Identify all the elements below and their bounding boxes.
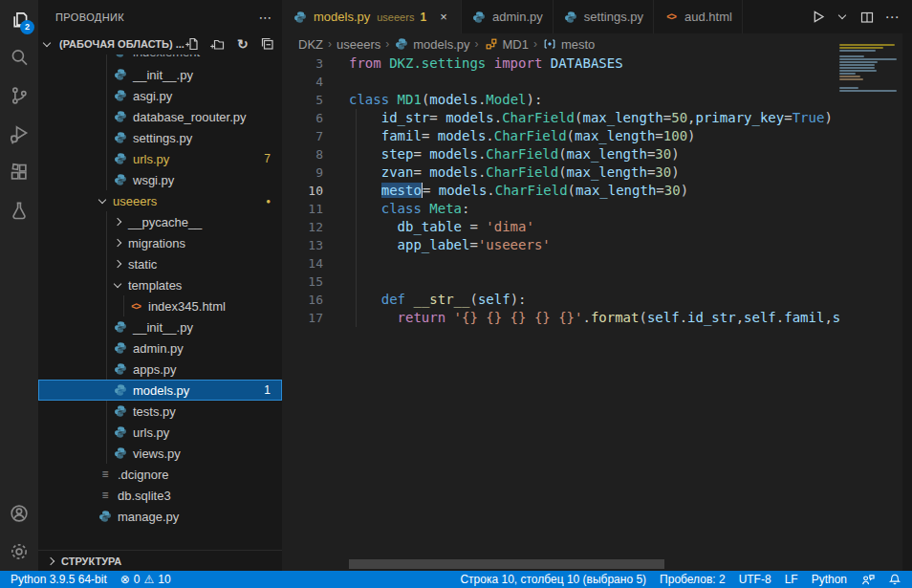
tree-item-database-roouter-py[interactable]: database_roouter.py: [38, 106, 282, 127]
tree-item-urls-py[interactable]: urls.py7: [38, 148, 282, 169]
python-file-icon: [113, 340, 128, 356]
tree-folder-useeers[interactable]: useeers●: [38, 190, 282, 211]
close-icon[interactable]: ×: [436, 10, 451, 24]
file-icon: ≡: [98, 488, 113, 503]
tree-item-wsgi-py[interactable]: wsgi.py: [38, 169, 282, 190]
code-line-17[interactable]: 17 return '{} {} {} {} {}'.format(self.i…: [283, 309, 912, 327]
tree-folder-templates[interactable]: templates: [38, 274, 282, 295]
collapse-all-icon[interactable]: [259, 35, 276, 53]
cursor-position-status[interactable]: Строка 10, столбец 10 (выбрано 5): [453, 571, 653, 588]
tab-admin-py[interactable]: admin.py: [462, 0, 554, 33]
source-control-icon[interactable]: [0, 76, 38, 115]
run-dropdown-icon[interactable]: [832, 7, 853, 28]
line-number: 16: [283, 291, 323, 309]
tree-item-models-py[interactable]: models.py1: [38, 380, 282, 401]
tree-item-db-sqlite3[interactable]: ≡db.sqlite3: [38, 485, 282, 506]
code-editor[interactable]: 3from DKZ.settings import DATABASES45cla…: [283, 54, 912, 571]
line-content: class Meta:: [349, 200, 469, 218]
outline-section[interactable]: СТРУКТУРА: [38, 550, 282, 571]
tab-aud-html[interactable]: <>aud.html: [654, 0, 743, 33]
html-file-icon: <>: [663, 10, 679, 25]
tree-item-manage-py[interactable]: manage.py: [38, 506, 282, 527]
tree-item-settings-py[interactable]: settings.py: [38, 127, 282, 148]
scrollbar-gutter[interactable]: [902, 33, 912, 571]
extensions-icon[interactable]: [0, 153, 38, 191]
workspace-section-header[interactable]: (РАБОЧАЯ ОБЛАСТЬ) ... ↻: [38, 33, 282, 54]
code-line-8[interactable]: 8 step= models.CharField(max_length=30): [283, 145, 912, 163]
breadcrumb-item-mesto[interactable]: mesto: [542, 36, 595, 52]
run-debug-icon[interactable]: [0, 115, 38, 153]
workspace-section-label: (РАБОЧАЯ ОБЛАСТЬ) ...: [59, 38, 185, 50]
tree-item--init-py[interactable]: __init__.py: [38, 316, 282, 338]
code-line-6[interactable]: 6 id_str= models.CharField(max_length=50…: [283, 109, 912, 127]
testing-icon[interactable]: [0, 191, 38, 229]
tab-models-py[interactable]: models.pyuseeers1×: [283, 0, 462, 33]
code-line-3[interactable]: 3from DKZ.settings import DATABASES: [283, 54, 912, 73]
line-number: 11: [283, 200, 323, 218]
python-file-icon: [394, 36, 409, 52]
tree-folder--pycache-[interactable]: __pycache__: [38, 211, 282, 232]
line-content: def __str__(self):: [349, 291, 526, 309]
breadcrumb-item-dkz[interactable]: DKZ: [298, 37, 323, 52]
breadcrumb-item-useeers[interactable]: useeers: [337, 37, 380, 52]
breadcrumb-item-md1[interactable]: MD1: [484, 36, 529, 52]
problems-status[interactable]: ⊗ 0 ⚠ 10: [114, 571, 178, 588]
new-folder-icon[interactable]: [209, 35, 227, 53]
tree-item-urls-py[interactable]: urls.py: [38, 422, 282, 443]
tree-item-apps-py[interactable]: apps.py: [38, 359, 282, 380]
encoding-status[interactable]: UTF-8: [732, 571, 778, 588]
code-line-11[interactable]: 11 class Meta:: [283, 200, 912, 218]
chevron-right-icon: [114, 260, 121, 268]
split-editor-button[interactable]: [857, 7, 878, 28]
line-content: class MD1(models.Model):: [349, 91, 542, 109]
code-line-13[interactable]: 13 app_label='useeers': [283, 236, 912, 254]
file-tree: indexlement__init__.pyasgi.pydatabase_ro…: [38, 54, 282, 527]
code-line-7[interactable]: 7 famil= models.CharField(max_length=100…: [283, 127, 912, 145]
line-content: from DKZ.settings import DATABASES: [349, 54, 623, 73]
status-bar: Python 3.9.5 64-bit ⊗ 0 ⚠ 10 Строка 10, …: [0, 571, 912, 588]
settings-icon[interactable]: [0, 533, 38, 571]
refresh-icon[interactable]: ↻: [234, 35, 251, 53]
eol-status[interactable]: LF: [778, 571, 805, 588]
horizontal-scrollbar[interactable]: [349, 559, 664, 569]
breadcrumb-item-models-py[interactable]: models.py: [394, 36, 469, 52]
code-line-9[interactable]: 9 zvan= models.CharField(max_length=30): [283, 163, 912, 182]
tree-folder-migrations[interactable]: migrations: [38, 232, 282, 253]
tree-item-tests-py[interactable]: tests.py: [38, 401, 282, 422]
code-line-10[interactable]: 10 mesto= models.CharField(max_length=30…: [283, 182, 912, 200]
code-line-15[interactable]: 15: [283, 272, 912, 291]
new-file-icon[interactable]: [185, 35, 202, 53]
search-icon[interactable]: [0, 38, 38, 76]
explorer-sidebar: ПРОВОДНИК ⋯ (РАБОЧАЯ ОБЛАСТЬ) ... ↻ inde…: [38, 0, 282, 571]
code-line-5[interactable]: 5class MD1(models.Model):: [283, 91, 912, 109]
tree-item--init-py[interactable]: __init__.py: [38, 64, 282, 85]
line-content: app_label='useeers': [349, 236, 551, 254]
notifications-bell-icon[interactable]: [881, 571, 908, 588]
tree-item-admin-py[interactable]: admin.py: [38, 338, 282, 359]
code-line-16[interactable]: 16 def __str__(self):: [283, 291, 912, 309]
indentation-status[interactable]: Пробелов: 2: [653, 571, 732, 588]
tab-settings-py[interactable]: settings.py: [554, 0, 654, 33]
run-button[interactable]: [807, 7, 828, 28]
views-more-actions-icon[interactable]: ⋯: [259, 10, 272, 25]
line-number: 12: [283, 218, 323, 236]
language-mode-status[interactable]: Python: [805, 571, 854, 588]
code-line-12[interactable]: 12 db_table = 'dima': [283, 218, 912, 236]
feedback-icon[interactable]: [854, 571, 881, 588]
tree-folder-static[interactable]: static: [38, 253, 282, 274]
code-line-14[interactable]: 14: [283, 254, 912, 272]
tree-item-asgi-py[interactable]: asgi.py: [38, 85, 282, 106]
tree-item-clipped[interactable]: indexlement: [38, 54, 282, 64]
more-actions-button[interactable]: ⋯: [881, 7, 902, 28]
account-icon[interactable]: [0, 494, 38, 533]
tree-item-views-py[interactable]: views.py: [38, 443, 282, 464]
tree-item--dcignore[interactable]: ≡.dcignore: [38, 464, 282, 485]
explorer-icon[interactable]: 2: [0, 0, 38, 38]
code-line-4[interactable]: 4: [283, 73, 912, 91]
tree-item-index345-html[interactable]: <>index345.html: [38, 295, 282, 316]
python-interpreter-status[interactable]: Python 3.9.5 64-bit: [4, 571, 114, 588]
python-file-icon: [113, 446, 128, 461]
line-content: mesto= models.CharField(max_length=30): [349, 182, 688, 200]
minimap[interactable]: [839, 44, 902, 541]
editor-actions: ⋯: [807, 0, 912, 33]
